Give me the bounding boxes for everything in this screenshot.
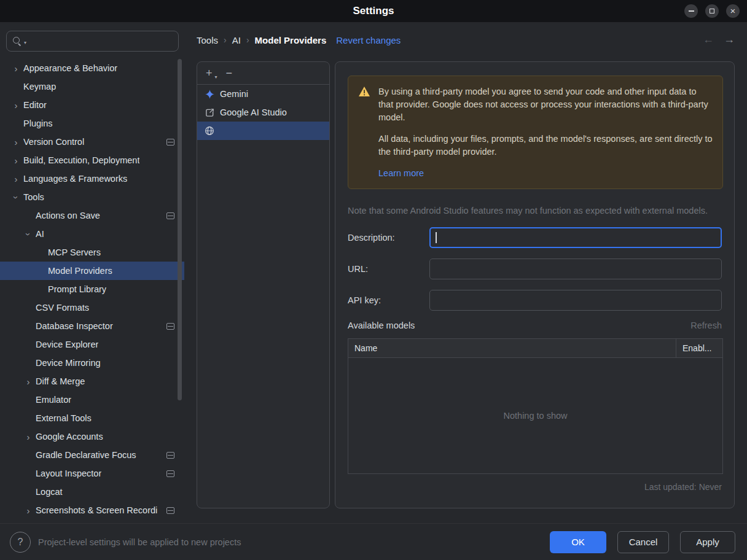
add-dropdown-caret-icon: ▾ bbox=[215, 75, 217, 80]
models-table-body: Nothing to show bbox=[348, 358, 722, 473]
breadcrumb-item-tools[interactable]: Tools bbox=[197, 35, 218, 45]
sidebar-item-label: Device Explorer bbox=[36, 340, 98, 349]
sidebar-item-model-providers[interactable]: ›Model Providers bbox=[0, 262, 184, 280]
help-button[interactable]: ? bbox=[10, 532, 31, 553]
search-icon bbox=[13, 37, 22, 46]
breadcrumb-bar: Tools›AI›Model Providers Revert changes bbox=[197, 32, 401, 48]
sidebar-item-actions-on-save[interactable]: ›Actions on Save bbox=[0, 206, 184, 225]
sidebar-item-label: Model Providers bbox=[48, 266, 112, 276]
maximize-button[interactable] bbox=[705, 4, 719, 18]
sidebar-item-languages-frameworks[interactable]: ›Languages & Frameworks bbox=[0, 169, 184, 188]
add-provider-button[interactable]: + ▾ bbox=[206, 68, 213, 79]
breadcrumb-item-model-providers[interactable]: Model Providers bbox=[255, 35, 327, 45]
sidebar-item-version-control[interactable]: ›Version Control bbox=[0, 133, 184, 151]
provider-item-gemini[interactable]: Gemini bbox=[197, 85, 329, 103]
window-title: Settings bbox=[353, 5, 394, 17]
remove-provider-button[interactable]: − bbox=[226, 68, 233, 79]
sidebar-item-editor[interactable]: ›Editor bbox=[0, 96, 184, 114]
sidebar-item-label: Device Mirroring bbox=[36, 358, 101, 368]
sidebar-item-google-accounts[interactable]: ›Google Accounts bbox=[0, 427, 184, 446]
settings-sidebar: ▾ ›Appearance & Behavior›Keymap›Editor›P… bbox=[0, 22, 189, 523]
sidebar-item-label: Google Accounts bbox=[36, 432, 103, 441]
sidebar-item-ai[interactable]: ›AI bbox=[0, 225, 184, 243]
sidebar-item-label: Prompt Library bbox=[48, 284, 106, 294]
forward-arrow-icon[interactable]: → bbox=[724, 33, 735, 46]
project-level-icon bbox=[166, 139, 174, 146]
breadcrumb-item-ai[interactable]: AI bbox=[232, 35, 241, 45]
project-level-icon bbox=[166, 323, 174, 330]
chevron-right-icon[interactable]: › bbox=[9, 100, 23, 111]
provider-list: GeminiGoogle AI Studio bbox=[197, 85, 329, 140]
project-level-icon bbox=[166, 470, 174, 477]
search-input[interactable]: ▾ bbox=[6, 31, 179, 52]
sidebar-item-tools[interactable]: ›Tools bbox=[0, 188, 184, 206]
sidebar-item-screenshots-screen-recordi[interactable]: ›Screenshots & Screen Recordi bbox=[0, 501, 184, 519]
sidebar-item-build-execution-deployment[interactable]: ›Build, Execution, Deployment bbox=[0, 151, 184, 169]
back-arrow-icon[interactable]: ← bbox=[703, 33, 714, 46]
description-input[interactable] bbox=[429, 227, 722, 248]
url-input[interactable] bbox=[429, 259, 722, 279]
window-controls: × bbox=[684, 4, 740, 18]
close-button[interactable]: × bbox=[726, 4, 740, 18]
sidebar-item-csv-formats[interactable]: ›CSV Formats bbox=[0, 298, 184, 317]
field-row-url: URL: bbox=[348, 258, 722, 280]
sidebar-item-label: Appearance & Behavior bbox=[23, 63, 117, 73]
column-header-enabled[interactable]: Enabl... bbox=[676, 339, 722, 357]
providers-toolbar: + ▾ − bbox=[197, 62, 329, 85]
cancel-button[interactable]: Cancel bbox=[617, 531, 669, 553]
titlebar: Settings × bbox=[0, 0, 747, 22]
apply-button[interactable]: Apply bbox=[680, 531, 735, 553]
provider-form-panel: By using a third-party model you agree t… bbox=[335, 61, 735, 508]
api-key-input[interactable] bbox=[429, 290, 722, 311]
provider-item-new[interactable] bbox=[197, 122, 329, 140]
revert-changes-link[interactable]: Revert changes bbox=[336, 35, 401, 45]
warning-text: By using a third-party model you agree t… bbox=[378, 85, 713, 180]
refresh-button[interactable]: Refresh bbox=[690, 321, 722, 330]
sidebar-scrollbar[interactable] bbox=[178, 59, 182, 400]
warning-paragraph-2: All data, including your files, prompts,… bbox=[378, 133, 713, 158]
models-table-header: Name Enabl... bbox=[348, 339, 722, 358]
project-level-icon bbox=[166, 452, 174, 459]
chevron-right-icon[interactable]: › bbox=[21, 376, 36, 387]
sidebar-item-device-mirroring[interactable]: ›Device Mirroring bbox=[0, 354, 184, 372]
sidebar-item-logcat[interactable]: ›Logcat bbox=[0, 483, 184, 501]
search-options-caret-icon[interactable]: ▾ bbox=[24, 40, 26, 45]
sidebar-item-emulator[interactable]: ›Emulator bbox=[0, 391, 184, 409]
dialog-buttons: OK Cancel Apply bbox=[550, 531, 735, 553]
sidebar-item-mcp-servers[interactable]: ›MCP Servers bbox=[0, 243, 184, 262]
sidebar-item-label: Version Control bbox=[23, 137, 84, 147]
google-ai-studio-icon bbox=[205, 107, 214, 117]
chevron-right-icon[interactable]: › bbox=[9, 63, 23, 74]
sidebar-item-database-inspector[interactable]: ›Database Inspector bbox=[0, 317, 184, 335]
project-level-icon bbox=[166, 507, 174, 514]
sidebar-item-gradle-declarative-focus[interactable]: ›Gradle Declarative Focus bbox=[0, 446, 184, 464]
text-cursor bbox=[436, 232, 437, 243]
sidebar-item-keymap[interactable]: ›Keymap bbox=[0, 77, 184, 96]
learn-more-link[interactable]: Learn more bbox=[378, 167, 424, 180]
chevron-down-icon[interactable]: › bbox=[11, 190, 22, 204]
chevron-right-icon[interactable]: › bbox=[21, 505, 36, 516]
plus-icon: + bbox=[206, 67, 213, 79]
sidebar-item-external-tools[interactable]: ›External Tools bbox=[0, 409, 184, 427]
sidebar-item-plugins[interactable]: ›Plugins bbox=[0, 114, 184, 133]
sidebar-item-diff-merge[interactable]: ›Diff & Merge bbox=[0, 372, 184, 391]
sidebar-item-label: Database Inspector bbox=[36, 321, 113, 331]
sidebar-item-device-explorer[interactable]: ›Device Explorer bbox=[0, 335, 184, 354]
ok-button[interactable]: OK bbox=[550, 531, 606, 553]
column-header-name[interactable]: Name bbox=[348, 339, 676, 357]
chevron-right-icon[interactable]: › bbox=[9, 155, 23, 166]
sidebar-item-layout-inspector[interactable]: ›Layout Inspector bbox=[0, 464, 184, 483]
chevron-right-icon[interactable]: › bbox=[21, 432, 36, 442]
sidebar-item-label: Build, Execution, Deployment bbox=[23, 155, 139, 165]
warning-paragraph-1: By using a third-party model you agree t… bbox=[378, 85, 713, 124]
sidebar-item-prompt-library[interactable]: ›Prompt Library bbox=[0, 280, 184, 298]
chevron-down-icon[interactable]: › bbox=[23, 227, 34, 241]
chevron-right-icon[interactable]: › bbox=[9, 137, 23, 147]
chevron-right-icon[interactable]: › bbox=[9, 174, 23, 184]
sidebar-item-appearance-behavior[interactable]: ›Appearance & Behavior bbox=[0, 59, 184, 77]
minimize-button[interactable] bbox=[684, 4, 698, 18]
provider-item-google-ai-studio[interactable]: Google AI Studio bbox=[197, 103, 329, 122]
project-level-icon bbox=[166, 212, 174, 219]
external-models-note: Note that some Android Studio features m… bbox=[348, 206, 722, 216]
sidebar-item-label: Tools bbox=[23, 192, 44, 202]
